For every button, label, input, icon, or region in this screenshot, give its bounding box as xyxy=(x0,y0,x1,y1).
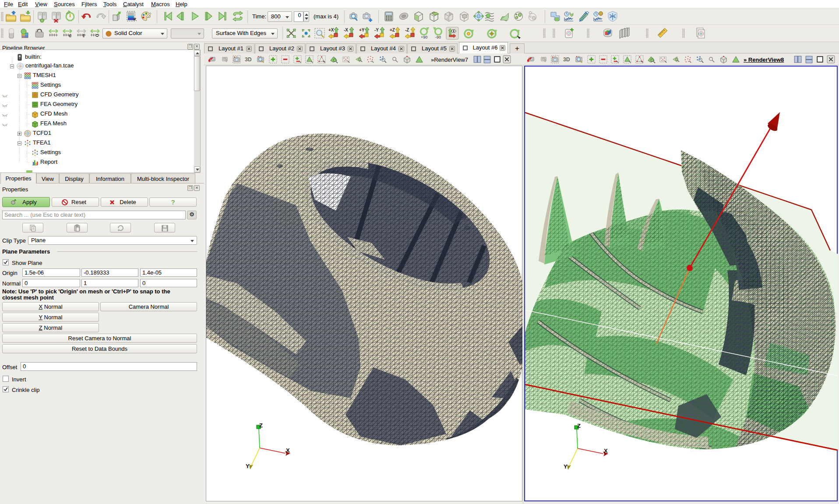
svg-text:c: c xyxy=(69,33,71,38)
svg-text:+90: +90 xyxy=(421,35,427,39)
svg-text:Y: Y xyxy=(564,463,568,470)
svg-text:X: X xyxy=(604,448,608,454)
svg-text:3D: 3D xyxy=(245,56,252,63)
svg-text:-Y: -Y xyxy=(374,28,379,32)
svg-text:t: t xyxy=(83,33,85,38)
svg-text:+Z: +Z xyxy=(390,28,395,32)
svg-text:+X: +X xyxy=(328,28,334,32)
svg-text:Z: Z xyxy=(577,423,581,429)
svg-text:-X: -X xyxy=(344,28,348,32)
svg-text:-Z: -Z xyxy=(405,28,409,32)
svg-text:X: X xyxy=(286,447,290,454)
svg-text:+Y: +Y xyxy=(359,28,365,32)
svg-text:Z: Z xyxy=(259,422,263,429)
svg-text:-90: -90 xyxy=(435,35,441,39)
svg-text:3D: 3D xyxy=(563,56,570,63)
svg-text:Y: Y xyxy=(246,463,250,469)
